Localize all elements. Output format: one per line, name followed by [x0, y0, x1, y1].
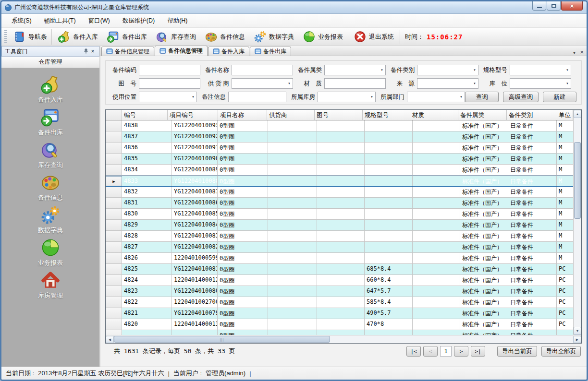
table-row[interactable]: 4824 1220401400012 0型圈 660*8.4 标准件（国产） [106, 275, 573, 286]
row-selector-cell[interactable] [106, 319, 122, 330]
vertical-scrollbar[interactable] [573, 110, 581, 335]
row-selector-cell[interactable] [106, 242, 122, 252]
row-selector-cell[interactable] [106, 198, 122, 208]
row-selector-cell[interactable] [106, 176, 122, 186]
department-select[interactable] [407, 92, 465, 102]
material-input[interactable] [324, 78, 386, 89]
parts-genus-select[interactable] [324, 65, 386, 75]
sidebar-item[interactable]: 备件信息 [1, 172, 99, 205]
document-tab[interactable]: 备件出库 [250, 47, 291, 56]
document-tab[interactable]: 备件信息管理 [155, 46, 208, 56]
row-selector-cell[interactable] [106, 120, 122, 131]
row-selector-cell[interactable] [106, 220, 122, 230]
last-page-button[interactable]: >| [471, 346, 485, 357]
table-row[interactable]: 4837 YG12204010092 0型圈 标准件（国产） [106, 131, 573, 143]
spec-model-select[interactable] [510, 65, 571, 75]
scroll-left-icon[interactable] [106, 336, 114, 343]
table-row[interactable]: 4826 1220401000599 0型圈 标准件（国产） [106, 253, 573, 264]
sidebar-item[interactable]: 业务报表 [1, 238, 99, 270]
drawing-no-input[interactable] [139, 78, 200, 89]
table-column-header[interactable]: 编号 [122, 110, 168, 120]
previous-page-button[interactable]: < [423, 346, 438, 357]
table-column-header[interactable]: 备件属类 [458, 110, 507, 120]
pin-icon[interactable] [83, 48, 89, 55]
table-row[interactable]: 4838 YG12204010093 0型圈 标准件（国产） [106, 120, 573, 131]
menu-item[interactable]: 辅助工具(T) [38, 15, 82, 27]
sidebar-item[interactable]: 备件入库 [1, 74, 99, 107]
table-row[interactable]: 4831 YG12204010086 0型圈 标准件（国产） [106, 198, 573, 209]
row-selector-cell[interactable] [106, 187, 122, 197]
table-row[interactable]: 4833 YG12204010088 0型圈 标准件（国产） [106, 176, 573, 187]
row-selector-cell[interactable] [106, 275, 122, 286]
toolbar-button[interactable]: 库存查询 [151, 29, 200, 45]
sidebar-item[interactable]: 数据字典 [1, 205, 99, 238]
parts-name-input[interactable] [232, 65, 293, 75]
toolbar-button[interactable]: 导航条 [9, 29, 52, 45]
table-column-header[interactable]: 备件类别 [507, 110, 557, 120]
table-row[interactable]: 4832 YG12204010087 0型圈 标准件（国产） [106, 187, 573, 198]
row-selector-cell[interactable] [106, 330, 122, 335]
supplier-select[interactable] [232, 78, 293, 89]
table-column-header[interactable]: 单位 [557, 110, 573, 120]
maximize-button[interactable] [547, 1, 561, 11]
menu-item[interactable]: 数据维护(D) [116, 15, 161, 27]
parts-code-input[interactable] [139, 65, 200, 75]
toolbar-grip-handle[interactable] [4, 30, 7, 44]
row-selector-cell[interactable] [106, 253, 122, 263]
row-selector-cell[interactable] [106, 165, 122, 175]
toolbar-button[interactable]: 退出系统 [349, 29, 398, 45]
parts-category-select[interactable] [417, 65, 478, 75]
table-column-header[interactable]: 材质 [410, 110, 458, 120]
location-select[interactable] [510, 78, 571, 89]
next-page-button[interactable]: > [454, 346, 468, 357]
table-row[interactable]: 4821 YG12204010079 0型圈 490*5.7 标准件（国产） [106, 308, 573, 319]
source-select[interactable] [417, 78, 478, 89]
remark-input[interactable] [228, 92, 286, 102]
scroll-right-icon[interactable] [573, 336, 581, 343]
table-column-header[interactable]: 供货商 [267, 110, 315, 120]
toolbar-button[interactable]: 备件出库 [102, 29, 151, 45]
usage-position-select[interactable] [139, 92, 197, 102]
table-column-header[interactable]: 项目名称 [218, 110, 267, 120]
table-row[interactable]: 4835 YG12204010090 0型圈 标准件（国产） [106, 154, 573, 165]
first-page-button[interactable]: |< [406, 346, 421, 357]
vertical-scrollbar-thumb[interactable] [574, 142, 581, 219]
row-selector-cell[interactable] [106, 231, 122, 241]
table-column-header[interactable]: 规格型号 [363, 110, 410, 120]
sidebar-item[interactable]: 备件出库 [1, 107, 99, 140]
table-column-header[interactable]: 项目编号 [168, 110, 218, 120]
close-button[interactable] [561, 1, 583, 11]
table-row[interactable]: 4834 YG12204010089 0型圈 标准件（国产） [106, 165, 573, 176]
toolbar-button[interactable]: 备件信息 [200, 29, 249, 45]
row-selector-cell[interactable] [106, 209, 122, 219]
table-row[interactable]: 4820 1220401400013 0型圈 470*8 标准件（国产） [106, 319, 573, 330]
table-row[interactable]: 4830 YG12204010085 0型圈 标准件（国产） [106, 209, 573, 220]
row-selector-cell[interactable] [106, 308, 122, 319]
export-current-page-button[interactable]: 导出当前页 [497, 346, 537, 357]
row-selector-cell[interactable] [106, 154, 122, 164]
document-tab[interactable]: 备件入库 [208, 47, 249, 56]
table-row[interactable]: 4836 YG12204010091 0型圈 标准件（国产） [106, 143, 573, 154]
tab-list-dropdown-icon[interactable] [572, 48, 576, 56]
table-column-header[interactable]: 图号 [315, 110, 363, 120]
export-all-pages-button[interactable]: 导出全部页 [541, 346, 581, 357]
menu-item[interactable]: 帮助(H) [161, 15, 194, 27]
row-selector-cell[interactable] [106, 143, 122, 153]
new-button[interactable]: 新建 [543, 92, 576, 102]
query-button[interactable]: 查询 [465, 92, 499, 102]
row-selector-cell[interactable] [106, 297, 122, 308]
toolbar-button[interactable]: 数据字典 [249, 29, 298, 45]
table-row[interactable]: 4825 YG12204010081 0型圈 685*8.4 标准件（国产） [106, 264, 573, 275]
minimize-button[interactable] [532, 1, 546, 11]
warehouse-select[interactable] [318, 92, 376, 102]
close-tab-icon[interactable] [580, 48, 584, 56]
horizontal-scrollbar[interactable] [106, 335, 581, 343]
menu-item[interactable]: 系统(S) [5, 15, 38, 27]
table-row[interactable]: 4827 YG12204010082 0型圈 标准件（国产） [106, 242, 573, 253]
row-selector-cell[interactable] [106, 131, 122, 142]
page-number-input[interactable]: 1 [440, 346, 452, 357]
sidebar-item[interactable]: 库存查询 [1, 140, 99, 172]
scroll-up-icon[interactable] [574, 110, 581, 118]
scroll-down-icon[interactable] [574, 327, 581, 335]
row-selector-cell[interactable] [106, 286, 122, 297]
